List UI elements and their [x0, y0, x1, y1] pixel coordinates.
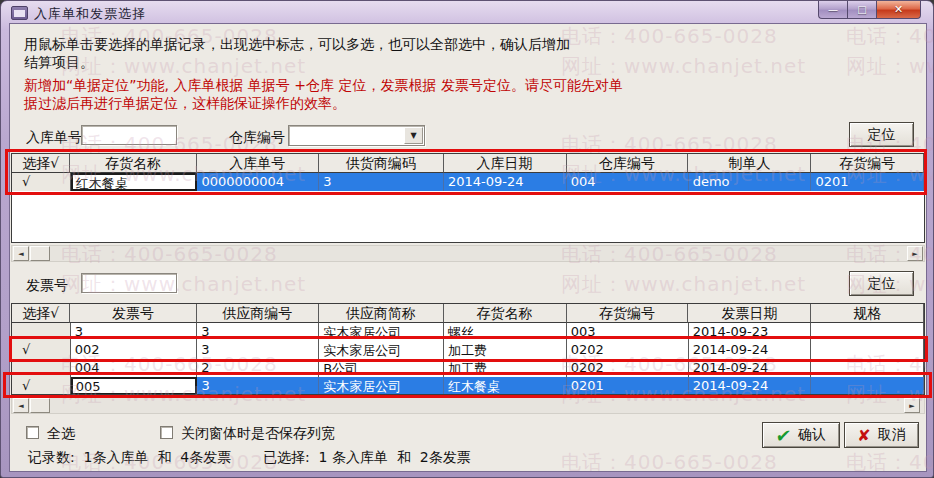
- warehouse-combobox[interactable]: ▼: [288, 125, 425, 146]
- receipt-h-scrollbar[interactable]: ◄ ►: [11, 245, 925, 262]
- scroll-right-icon[interactable]: ►: [904, 398, 920, 413]
- table-cell[interactable]: 0201: [567, 377, 689, 395]
- table-cell[interactable]: 005: [71, 377, 198, 395]
- table-row[interactable]: √0023实木家居公司加工费02022014-09-24: [12, 341, 924, 359]
- column-header[interactable]: 供货商编码: [319, 154, 444, 173]
- table-cell[interactable]: 2014-09-24: [689, 377, 812, 395]
- table-cell[interactable]: 实木家居公司: [319, 341, 444, 359]
- scroll-left-icon[interactable]: ◄: [13, 398, 29, 413]
- column-header[interactable]: 供应商简称: [319, 304, 444, 323]
- record-count-status: 记录数: 1条入库单 和 4条发票: [28, 449, 231, 467]
- dialog-client-area: 用鼠标单击要选择的单据记录，出现选中标志，可以多选，也可以全部选中，确认后增加 …: [9, 23, 927, 472]
- row-check-cell[interactable]: √: [12, 173, 71, 191]
- table-cell[interactable]: 3: [71, 323, 198, 341]
- table-cell[interactable]: 加工费: [444, 341, 567, 359]
- chevron-down-icon[interactable]: ▼: [404, 127, 423, 144]
- cancel-button[interactable]: ✘ 取消: [844, 422, 919, 448]
- table-cell[interactable]: 0202: [567, 341, 689, 359]
- locate-invoice-button[interactable]: 定位: [849, 271, 914, 296]
- column-header[interactable]: 供应商编号: [197, 304, 319, 323]
- table-cell[interactable]: 2: [197, 359, 319, 377]
- table-row[interactable]: √红木餐桌000000000432014-09-24004demo0201: [12, 173, 924, 191]
- save-column-width-checkbox[interactable]: [160, 426, 173, 439]
- row-check-cell[interactable]: √: [12, 377, 71, 395]
- table-row[interactable]: 33实木家居公司螺丝0032014-09-23: [12, 323, 924, 341]
- column-header[interactable]: 选择√: [12, 304, 70, 323]
- table-cell[interactable]: 3: [197, 341, 319, 359]
- table-cell[interactable]: 2014-09-24: [689, 341, 812, 359]
- dialog-window: 电话：400-665-0028网址：www.chanjet.net电话：400-…: [0, 0, 934, 478]
- table-cell[interactable]: demo: [689, 173, 812, 191]
- column-header[interactable]: 制单人: [688, 154, 811, 173]
- column-header[interactable]: 选择√: [12, 154, 70, 173]
- table-row[interactable]: 0042B公司加工费02022014-09-24: [12, 359, 924, 377]
- notice-line-2: 据过滤后再进行单据定位，这样能保证操作的效率。: [24, 95, 346, 113]
- check-icon: ✔: [774, 425, 792, 446]
- notice-line-1: 新增加“单据定位”功能, 入库单根据 单据号 +仓库 定位，发票根据 发票号定位…: [24, 77, 623, 95]
- table-cell[interactable]: 2014-09-24: [689, 359, 812, 377]
- column-header[interactable]: 存货名称: [444, 304, 567, 323]
- column-header[interactable]: 存货编号: [811, 154, 924, 173]
- minimize-icon: —: [828, 4, 838, 15]
- row-check-cell[interactable]: [12, 359, 71, 377]
- table-cell[interactable]: 实木家居公司: [319, 323, 444, 341]
- row-check-cell[interactable]: √: [12, 341, 71, 359]
- receipt-no-label: 入库单号: [26, 129, 82, 147]
- table-cell[interactable]: 0202: [567, 359, 689, 377]
- table-cell[interactable]: 003: [567, 323, 689, 341]
- invoice-no-input[interactable]: [81, 273, 177, 293]
- scroll-right-icon[interactable]: ►: [907, 246, 923, 261]
- invoice-h-scrollbar[interactable]: ◄ ►: [11, 397, 925, 414]
- x-icon: ✘: [857, 426, 870, 445]
- invoice-table[interactable]: 选择√发票号供应商编号供应商简称存货名称存货编号发票日期规格33实木家居公司螺丝…: [11, 303, 925, 395]
- column-header[interactable]: 发票号: [70, 304, 197, 323]
- column-header[interactable]: 入库单号: [197, 154, 319, 173]
- column-header[interactable]: 发票日期: [688, 304, 811, 323]
- table-cell[interactable]: [811, 377, 924, 395]
- instruction-line-2: 结算项目。: [24, 54, 94, 72]
- column-header[interactable]: 存货编号: [567, 304, 689, 323]
- row-check-cell[interactable]: [12, 323, 71, 341]
- window-icon: [11, 6, 28, 20]
- column-header[interactable]: 仓库编号: [567, 154, 689, 173]
- scrollbar-thumb[interactable]: [30, 246, 50, 261]
- warehouse-label: 仓库编号: [229, 129, 285, 147]
- table-cell[interactable]: B公司: [319, 359, 444, 377]
- table-cell[interactable]: 2014-09-23: [689, 323, 812, 341]
- table-cell[interactable]: 3: [197, 377, 319, 395]
- table-cell[interactable]: 004: [71, 359, 198, 377]
- table-cell[interactable]: [811, 323, 924, 341]
- table-row[interactable]: √0053实木家居公司红木餐桌02012014-09-24: [12, 377, 924, 395]
- minimize-button[interactable]: —: [818, 1, 847, 19]
- table-cell[interactable]: 004: [567, 173, 689, 191]
- scroll-left-icon[interactable]: ◄: [13, 246, 29, 261]
- table-cell[interactable]: 3: [319, 173, 444, 191]
- table-cell[interactable]: 红木餐桌: [71, 173, 198, 191]
- column-header[interactable]: 存货名称: [70, 154, 197, 173]
- table-cell[interactable]: 加工费: [444, 359, 567, 377]
- invoice-no-label: 发票号: [26, 277, 68, 295]
- window-title: 入库单和发票选择: [34, 5, 146, 23]
- table-cell[interactable]: 3: [197, 323, 319, 341]
- table-cell[interactable]: [811, 341, 924, 359]
- title-bar[interactable]: 入库单和发票选择 — □ ✕: [1, 1, 933, 23]
- scrollbar-thumb[interactable]: [30, 398, 50, 413]
- table-cell[interactable]: 002: [71, 341, 198, 359]
- table-cell[interactable]: [811, 359, 924, 377]
- receipt-no-input[interactable]: [81, 125, 177, 145]
- maximize-button[interactable]: □: [847, 1, 876, 19]
- locate-receipt-button[interactable]: 定位: [849, 122, 914, 147]
- select-all-label: 全选: [47, 425, 75, 443]
- close-button[interactable]: ✕: [876, 1, 921, 19]
- confirm-button[interactable]: ✔ 确认: [762, 422, 840, 448]
- table-cell[interactable]: 实木家居公司: [319, 377, 444, 395]
- table-cell[interactable]: 红木餐桌: [444, 377, 567, 395]
- table-cell[interactable]: 0201: [811, 173, 924, 191]
- receipt-table[interactable]: 选择√存货名称入库单号供货商编码入库日期仓库编号制单人存货编号√红木餐桌0000…: [11, 153, 925, 243]
- table-cell[interactable]: 0000000004: [197, 173, 319, 191]
- table-cell[interactable]: 螺丝: [444, 323, 567, 341]
- column-header[interactable]: 入库日期: [444, 154, 567, 173]
- table-cell[interactable]: 2014-09-24: [444, 173, 567, 191]
- column-header[interactable]: 规格: [811, 304, 924, 323]
- select-all-checkbox[interactable]: [26, 426, 39, 439]
